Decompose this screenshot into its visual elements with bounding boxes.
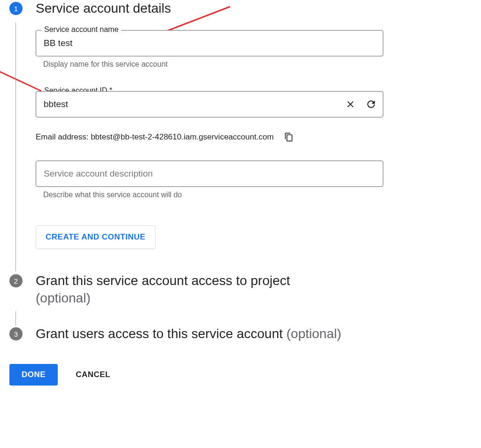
create-and-continue-button[interactable]: CREATE AND CONTINUE xyxy=(36,225,155,249)
step-2[interactable]: 2 Grant this service account access to p… xyxy=(9,272,472,307)
copy-icon[interactable] xyxy=(282,131,295,144)
service-account-name-helper: Display name for this service account xyxy=(43,60,472,69)
service-account-description-input[interactable] xyxy=(36,161,383,187)
service-account-id-field: Service account ID * xyxy=(36,91,472,117)
step-1-indicator: 1 xyxy=(9,2,23,15)
step-3-indicator: 3 xyxy=(9,327,23,340)
cancel-button[interactable]: CANCEL xyxy=(76,370,110,379)
service-account-name-input[interactable] xyxy=(36,30,383,56)
step-3-title: Grant users access to this service accou… xyxy=(36,325,472,342)
clear-icon[interactable] xyxy=(344,98,357,111)
step-2-title: Grant this service account access to pro… xyxy=(36,272,472,307)
bottom-actions: DONE CANCEL xyxy=(9,364,472,386)
step-3[interactable]: 3 Grant users access to this service acc… xyxy=(9,325,472,342)
step-1: 1 Service account details Service accoun… xyxy=(9,0,472,258)
service-account-name-label: Service account name xyxy=(41,25,121,34)
step-connector-2 xyxy=(16,311,16,325)
email-address-text: Email address: bbtest@bb-test-2-428610.i… xyxy=(36,132,274,142)
done-button[interactable]: DONE xyxy=(9,364,58,386)
service-account-id-input[interactable] xyxy=(36,91,383,117)
service-account-description-helper: Describe what this service account will … xyxy=(43,191,472,199)
refresh-icon[interactable] xyxy=(365,98,378,111)
step-1-title: Service account details xyxy=(36,0,472,17)
service-account-description-field xyxy=(36,161,472,187)
email-address-row: Email address: bbtest@bb-test-2-428610.i… xyxy=(36,131,472,144)
service-account-name-field: Service account name xyxy=(36,30,472,56)
step-2-indicator: 2 xyxy=(9,274,23,287)
